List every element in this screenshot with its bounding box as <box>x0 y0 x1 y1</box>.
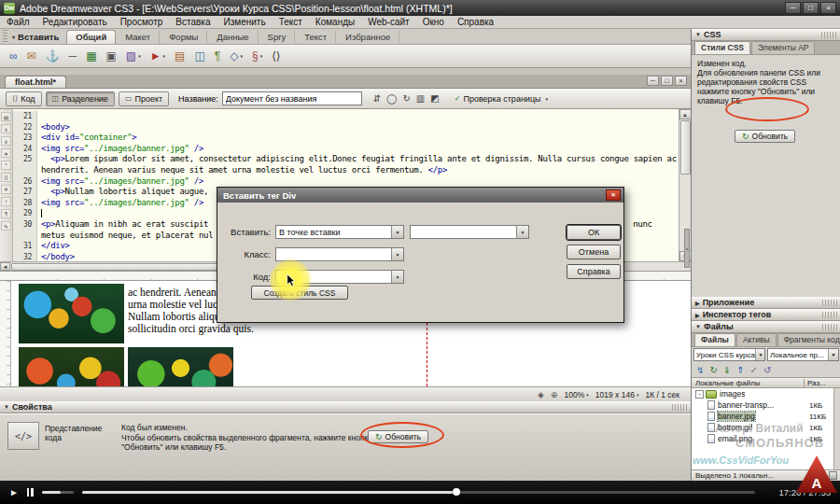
email-link-icon[interactable]: ✉ <box>23 48 40 65</box>
volume-slider[interactable] <box>42 491 74 494</box>
menu-item[interactable]: Текст <box>273 17 309 27</box>
insert-tab[interactable]: Формы <box>161 31 207 44</box>
design-view-button[interactable]: ▭Проект <box>119 91 169 106</box>
menu-item[interactable]: Просмотр <box>114 17 170 27</box>
tab-css-styles[interactable]: Стили CSS <box>694 41 750 54</box>
play-icon[interactable]: ► <box>9 487 19 497</box>
tree-item[interactable]: banner.jpg11КБ <box>692 411 840 422</box>
connect-icon[interactable]: ↯ <box>696 366 704 375</box>
head-icon[interactable]: ◇▾ <box>226 48 246 65</box>
panel-grip-icon[interactable] <box>822 312 837 318</box>
tag-chooser-icon[interactable]: ⟨⟩ <box>268 48 284 65</box>
menu-item[interactable]: Вставка <box>169 17 217 27</box>
insert-tab[interactable]: Макет <box>117 31 160 44</box>
menu-item[interactable]: Редактировать <box>36 17 114 27</box>
code-line[interactable]: 21 <box>13 111 679 122</box>
code-line[interactable]: 24<img src="../images/banner.jpg" /> <box>13 144 679 155</box>
code-line[interactable]: 26<img src="../images/banner.jpg" /> <box>13 176 679 188</box>
parrots-image[interactable] <box>128 347 233 386</box>
zoom-tool-icon[interactable]: ⊕ <box>551 390 558 399</box>
hand-tool-icon[interactable]: ◈ <box>538 390 544 399</box>
collapse-full-tag-icon[interactable]: ∧ <box>1 124 11 133</box>
menu-item[interactable]: Команды <box>309 17 361 27</box>
date-icon[interactable]: ▤ <box>171 48 189 65</box>
scroll-left-icon[interactable]: ◄ <box>0 262 10 271</box>
insert-tab[interactable]: Текст <box>296 31 336 44</box>
restore-icon[interactable]: □ <box>803 2 819 14</box>
line-numbers-icon[interactable]: # <box>1 185 11 194</box>
split-view-button[interactable]: ◫Разделение <box>46 91 115 106</box>
tree-expander-icon[interactable]: - <box>695 390 704 399</box>
comment-icon[interactable]: ¶ <box>211 48 224 65</box>
code-line[interactable]: 22<body> <box>13 122 679 133</box>
insert-target-select[interactable]: ▼ <box>410 225 529 239</box>
visual-aids-icon[interactable]: ◩ <box>430 93 439 104</box>
code-view-button[interactable]: ⟨⟩Код <box>6 91 42 106</box>
caret-down-icon[interactable]: ▼ <box>391 248 403 260</box>
script-icon[interactable]: §▾ <box>248 48 266 65</box>
tab-assets[interactable]: Активы <box>736 333 777 346</box>
balance-braces-icon[interactable]: {} <box>1 173 11 182</box>
column-local-files[interactable]: Локальные файлы <box>695 379 804 387</box>
tab-ap-elements[interactable]: Элементы АР <box>751 41 815 54</box>
site-select[interactable]: Уроки CSS курса▼ <box>693 348 765 361</box>
panel-grip-icon[interactable] <box>822 324 837 330</box>
doc-restore-icon[interactable]: □ <box>661 76 673 86</box>
tree-item[interactable]: -images <box>692 388 840 399</box>
scroll-up-icon[interactable]: ▲ <box>679 109 692 119</box>
menu-item[interactable]: Справка <box>451 17 500 27</box>
media-icon[interactable]: ►▾ <box>147 48 169 65</box>
tag-inspector-panel-header[interactable]: ▶Инспектор тегов <box>692 309 840 321</box>
panel-grip[interactable] <box>3 30 7 42</box>
collapse-selection-icon[interactable]: ∨ <box>1 136 11 146</box>
preview-browser-icon[interactable]: ◯ <box>386 93 397 104</box>
horizontal-rule-icon[interactable]: ─ <box>65 48 81 65</box>
get-files-icon[interactable]: ⇓ <box>723 366 731 375</box>
properties-panel-header[interactable]: ▼Свойства <box>0 401 691 413</box>
images-icon[interactable]: ▨▾ <box>122 48 145 65</box>
menu-item[interactable]: Файл <box>0 17 36 27</box>
document-tab[interactable]: float.html* <box>5 76 66 88</box>
wrap-tag-icon[interactable]: ✎ <box>1 221 11 231</box>
tab-snippets[interactable]: Фрагменты кода <box>777 333 840 346</box>
panel-collapse-grip[interactable]: ◂ <box>684 229 690 268</box>
menu-item[interactable]: Web-сайт <box>361 17 415 27</box>
tab-files[interactable]: Файлы <box>694 333 735 346</box>
caret-down-icon[interactable]: ▼ <box>391 271 403 283</box>
caret-down-icon[interactable]: ▼ <box>828 349 838 360</box>
menu-item[interactable]: Изменить <box>217 17 273 27</box>
sync-icon[interactable]: ↺ <box>763 366 771 375</box>
column-size[interactable]: Раз... <box>804 379 837 387</box>
doc-close-icon[interactable]: × <box>675 76 687 86</box>
insert-point-select[interactable]: В точке вставки▼ <box>275 225 404 239</box>
check-page-button[interactable]: ✓Проверка страницы▾ <box>455 94 548 104</box>
tree-scrollbar[interactable] <box>833 388 840 469</box>
parrots-image[interactable] <box>19 347 124 386</box>
apply-comment-icon[interactable]: ¶ <box>1 209 11 218</box>
dialog-close-icon[interactable]: × <box>606 189 621 201</box>
pause-icon[interactable] <box>27 488 34 497</box>
table-icon[interactable]: ▦ <box>82 48 100 65</box>
minimize-icon[interactable]: ─ <box>785 2 801 14</box>
log-icon[interactable] <box>829 471 837 480</box>
code-line[interactable]: 23<div id="container"> <box>13 133 679 144</box>
scroll-thumb[interactable] <box>11 263 235 271</box>
doc-title-input[interactable] <box>222 91 362 105</box>
cancel-button[interactable]: Отмена <box>567 245 621 259</box>
caret-down-icon[interactable]: ▼ <box>391 226 403 238</box>
refresh-icon[interactable]: ↻ <box>402 93 410 104</box>
zoom-level[interactable]: 100%▾ <box>565 390 589 399</box>
file-management-icon[interactable]: ⇵ <box>373 93 381 104</box>
seek-bar[interactable] <box>82 491 755 494</box>
css-panel-header[interactable]: ▼CSS <box>692 29 840 41</box>
checkout-icon[interactable]: ✓ <box>750 366 758 375</box>
seek-bar-knob[interactable] <box>453 488 460 496</box>
menu-item[interactable]: Окно <box>416 17 451 27</box>
view-select[interactable]: Локальное пр...▼ <box>767 348 839 361</box>
doc-minimize-icon[interactable]: ─ <box>647 76 659 86</box>
insert-div-icon[interactable]: ▣ <box>102 48 119 65</box>
insert-tab[interactable]: Spry <box>259 31 296 44</box>
files-panel-header[interactable]: ▼Файлы <box>692 321 840 333</box>
insert-tab[interactable]: Избранное <box>337 31 399 44</box>
caret-down-icon[interactable]: ▼ <box>755 349 765 360</box>
